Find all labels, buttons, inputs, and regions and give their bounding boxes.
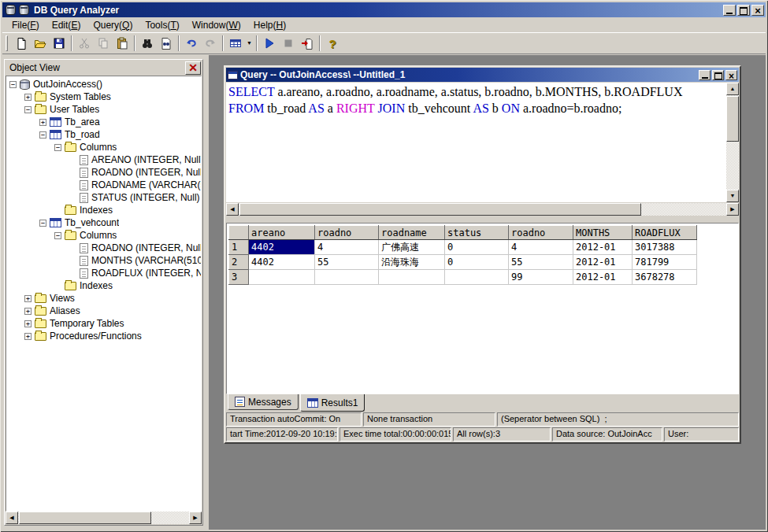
tree-item-column[interactable]: ROADFLUX (INTEGER, N (6, 267, 201, 279)
tree-item-column[interactable]: AREANO (INTEGER, Null) (6, 153, 201, 166)
column-header[interactable]: MONTHS (573, 226, 633, 240)
grid-cell[interactable]: 2012-01 (573, 240, 633, 255)
grid-cell[interactable]: 4402 (249, 255, 315, 270)
find-button[interactable] (138, 35, 157, 52)
tree-item-tb-road[interactable]: Tb_road (6, 128, 201, 141)
grid-cell[interactable] (249, 270, 315, 285)
tree-item-system-tables[interactable]: System Tables (6, 91, 201, 103)
stop-button[interactable] (279, 35, 298, 52)
collapse-icon[interactable] (39, 220, 46, 227)
column-header[interactable]: ROADFLUX (633, 226, 697, 240)
save-button[interactable] (50, 35, 69, 52)
row-number[interactable]: 3 (229, 270, 249, 285)
scroll-up-icon[interactable] (726, 83, 739, 95)
collapse-icon[interactable] (54, 232, 61, 239)
tree-item-temporary-tables[interactable]: Temporary Tables (6, 317, 201, 330)
tree-item-tb-area[interactable]: Tb_area (6, 116, 201, 128)
scrollbar-thumb[interactable] (19, 512, 151, 524)
column-header[interactable]: status (445, 226, 509, 240)
tree-item-columns[interactable]: Columns (6, 141, 201, 153)
scroll-right-icon[interactable] (726, 203, 739, 216)
tree-item-column[interactable]: ROADNO (INTEGER, Null (6, 166, 201, 179)
tree-item-views[interactable]: Views (6, 292, 201, 305)
copy-button[interactable] (94, 35, 113, 52)
tree-item-indexes[interactable]: Indexes (6, 279, 201, 292)
tree-item-columns[interactable]: Columns (6, 229, 201, 242)
grid-cell[interactable]: 55 (509, 255, 573, 270)
grid-cell[interactable]: 沿海珠海 (379, 255, 445, 270)
panel-close-button[interactable] (185, 61, 201, 75)
grid-cell[interactable]: 781799 (633, 255, 697, 270)
expand-icon[interactable] (24, 320, 32, 327)
collapse-icon[interactable] (39, 131, 46, 139)
sql-horizontal-scrollbar[interactable] (226, 203, 739, 216)
tree-horizontal-scrollbar[interactable] (6, 512, 202, 524)
scrollbar-thumb[interactable] (726, 96, 739, 142)
expand-icon[interactable] (24, 94, 32, 101)
find-in-document-button[interactable] (157, 35, 176, 52)
grid-cell[interactable]: 广佛高速 (379, 240, 445, 255)
menu-edit[interactable]: Edit(E) (46, 18, 87, 32)
expand-icon[interactable] (24, 295, 32, 302)
undo-button[interactable] (182, 35, 201, 52)
tree-item-column[interactable]: ROADNAME (VARCHAR(5 (6, 179, 201, 191)
scroll-left-icon[interactable] (6, 512, 18, 524)
collapse-icon[interactable] (9, 81, 17, 88)
grid-cell[interactable]: 99 (509, 270, 573, 285)
toolbar-grip[interactable] (6, 35, 8, 51)
tree-item-procedures-functions[interactable]: Procedures/Functions (6, 330, 201, 342)
column-header[interactable]: roadno (509, 226, 573, 240)
menu-tools[interactable]: Tools(T) (139, 18, 185, 32)
tree-item-aliases[interactable]: Aliases (6, 305, 201, 317)
help-button[interactable]: ? (323, 35, 342, 52)
grid-cell[interactable] (445, 270, 509, 285)
tab-results1[interactable]: Results1 (300, 394, 365, 412)
column-header[interactable]: roadname (379, 226, 445, 240)
expand-icon[interactable] (24, 308, 32, 315)
scrollbar-thumb[interactable] (239, 203, 641, 216)
child-close-button[interactable] (725, 70, 737, 80)
scroll-down-icon[interactable] (726, 190, 739, 202)
tab-messages[interactable]: Messages (228, 394, 299, 410)
grid-cell[interactable]: 2012-01 (573, 255, 633, 270)
grid-cell[interactable]: 55 (315, 255, 379, 270)
menu-file[interactable]: File(F) (6, 18, 46, 32)
tree-item-indexes[interactable]: Indexes (6, 204, 201, 216)
execute-button[interactable] (260, 35, 279, 52)
menu-window[interactable]: Window(W) (186, 18, 247, 32)
grid-cell[interactable]: 4 (315, 240, 379, 255)
scroll-left-icon[interactable] (226, 203, 239, 216)
grid-cell[interactable]: 3017388 (633, 240, 697, 255)
cut-button[interactable] (75, 35, 94, 52)
sql-editor[interactable]: SELECT a.areano, a.roadno, a.roadname, a… (226, 83, 739, 202)
column-header[interactable]: areano (249, 226, 315, 240)
tree-item-user-tables[interactable]: User Tables (6, 103, 201, 116)
new-button[interactable] (12, 35, 31, 52)
column-header[interactable]: roadno (315, 226, 379, 240)
scroll-right-icon[interactable] (189, 512, 202, 524)
minimize-button[interactable] (723, 5, 736, 16)
redo-button[interactable] (201, 35, 220, 52)
grid-cell[interactable] (379, 270, 445, 285)
close-button[interactable] (751, 5, 764, 16)
row-number[interactable]: 2 (229, 255, 249, 270)
tree-item-column[interactable]: ROADNO (INTEGER, Null (6, 242, 201, 254)
child-minimize-button[interactable] (699, 70, 710, 80)
grid-cell[interactable]: 4 (509, 240, 573, 255)
grid-cell-selected[interactable]: 4402 (249, 240, 315, 255)
tree-item-column[interactable]: STATUS (INTEGER, Null) (6, 191, 201, 204)
collapse-icon[interactable] (54, 144, 61, 151)
sql-text[interactable]: SELECT a.areano, a.roadno, a.roadname, a… (228, 83, 725, 202)
grid-cell[interactable]: 0 (445, 255, 509, 270)
grid-cell[interactable]: 0 (445, 240, 509, 255)
grid-cell[interactable]: 2012-01 (573, 270, 633, 285)
result-grid-button[interactable] (226, 35, 245, 52)
row-number[interactable]: 1 (229, 240, 249, 255)
collapse-icon[interactable] (24, 106, 32, 113)
maximize-button[interactable] (737, 5, 750, 16)
menu-help[interactable]: Help(H) (247, 18, 292, 32)
open-button[interactable] (31, 35, 50, 52)
grid-dropdown-button[interactable]: ▼ (245, 35, 254, 52)
tree-item-tb-vehcount[interactable]: Tb_vehcount (6, 216, 201, 229)
tree-item-column[interactable]: MONTHS (VARCHAR(510 (6, 254, 201, 267)
